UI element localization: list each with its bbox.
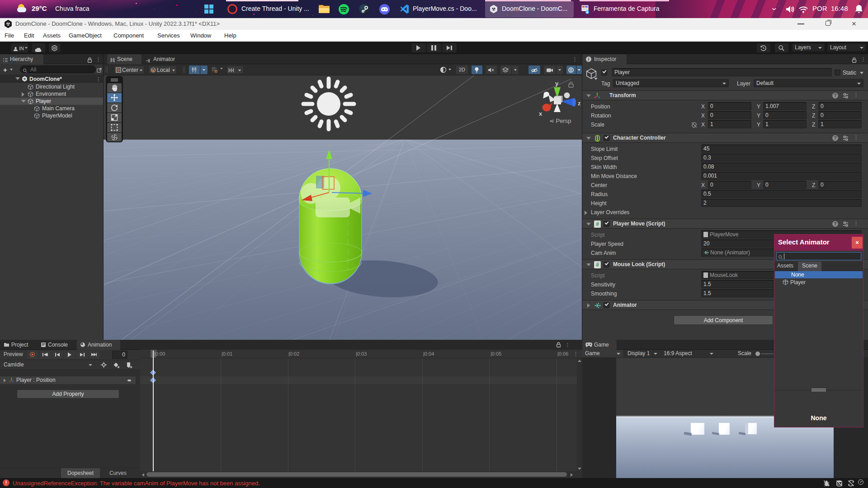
svg-text:x: x <box>539 110 542 117</box>
svg-text:Y: Y <box>194 70 197 73</box>
svg-text:z: z <box>578 100 581 107</box>
svg-text:⋖ Persp: ⋖ Persp <box>549 117 571 124</box>
svg-text:y: y <box>555 80 559 87</box>
